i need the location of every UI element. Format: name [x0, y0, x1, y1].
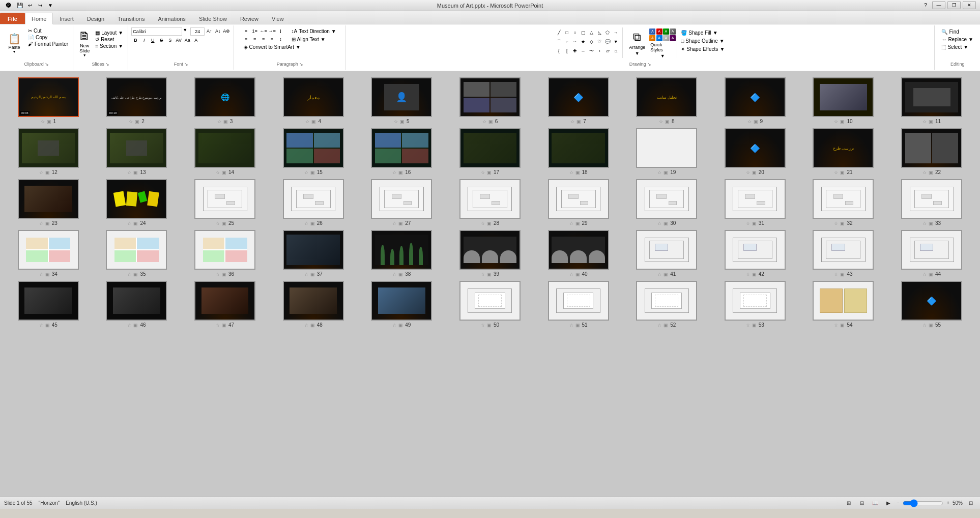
slide-item-45[interactable]: ☆ ▣ 45 [4, 279, 93, 330]
clear-format-button[interactable]: A⊗ [222, 27, 230, 35]
align-left-button[interactable]: ≡ [242, 36, 250, 43]
slide-item-41[interactable]: ☆ ▣ 41 [622, 228, 711, 279]
italic-button[interactable]: I [140, 37, 148, 44]
slide-item-51[interactable]: ☆ ▣ 51 [534, 279, 623, 330]
zoom-in-button[interactable]: + [946, 500, 949, 506]
slide-item-39[interactable]: ☆ ▣ 39 [446, 228, 534, 279]
minimize-button[interactable]: — [932, 1, 945, 9]
shape-arc[interactable]: ⌢ [580, 47, 587, 54]
tab-view[interactable]: View [265, 13, 291, 24]
justify-button[interactable]: ≡ [268, 36, 276, 43]
slide-item-38[interactable]: ☆ ▣ 38 [358, 228, 446, 279]
underline-button[interactable]: U [149, 37, 157, 44]
slide-item-42[interactable]: ☆ ▣ 42 [711, 228, 799, 279]
slide-item-26[interactable]: ☆ ▣ 26 [269, 177, 358, 228]
shape-line[interactable]: ╱ [555, 29, 562, 36]
slide-item-52[interactable]: ☆ ▣ 52 [622, 279, 711, 330]
increase-font-button[interactable]: A↑ [205, 27, 213, 35]
slide-item-25[interactable]: ☆ ▣ 25 [181, 177, 269, 228]
strikethrough-button[interactable]: S [157, 37, 165, 44]
shape-triangle[interactable]: △ [588, 29, 595, 36]
slide-item-8[interactable]: تحلیل سایت ☆ ▣ 8 [622, 75, 711, 126]
slide-item-46[interactable]: ☆ ▣ 46 [93, 279, 181, 330]
shape-heart[interactable]: ♡ [596, 38, 603, 45]
slide-item-16[interactable]: ☆ ▣ 16 [358, 126, 446, 177]
shape-trapezoid[interactable]: ⏢ [612, 47, 619, 54]
paste-button[interactable]: 📋 Paste ▼ [3, 27, 25, 59]
shape-callout[interactable]: 💬 [604, 38, 611, 45]
shape-arrow[interactable]: → [612, 29, 619, 36]
arrange-button[interactable]: ⧉ Arrange ▼ [625, 27, 649, 59]
reading-view-button[interactable]: 📖 [870, 498, 880, 508]
normal-view-button[interactable]: ⊞ [844, 498, 854, 508]
slide-item-22[interactable]: ☆ ▣ 22 [887, 126, 976, 177]
slide-item-15[interactable]: ☆ ▣ 15 [269, 126, 358, 177]
cut-button[interactable]: ✂ Cut [26, 27, 70, 34]
shape-pentagon[interactable]: ⬠ [604, 29, 611, 36]
clipboard-expand-icon[interactable]: ↘ [45, 62, 49, 67]
section-button[interactable]: ≡ Section ▼ [94, 43, 125, 49]
shadow-button[interactable]: S [166, 37, 174, 44]
slide-item-33[interactable]: ☆ ▣ 33 [887, 177, 976, 228]
slide-item-9[interactable]: 🔷 ☆ ▣ 9 [711, 75, 799, 126]
tab-slideshow[interactable]: Slide Show [192, 13, 234, 24]
char-spacing-button[interactable]: AV [175, 37, 183, 44]
slide-item-1[interactable]: بسم الله الرحمن الرحیم 00:04 ☆ ▣ 1 [4, 75, 93, 126]
paragraph-expand-icon[interactable]: ↘ [299, 62, 303, 67]
slide-item-34[interactable]: ☆ ▣ 34 [4, 228, 93, 279]
slide-item-14[interactable]: ☆ ▣ 14 [181, 126, 269, 177]
undo-button[interactable]: ↩ [25, 1, 35, 10]
slide-item-7[interactable]: 🔷 ☆ ▣ 7 [534, 75, 623, 126]
redo-button[interactable]: ↪ [36, 1, 45, 10]
font-expand-icon[interactable]: ↘ [184, 62, 188, 67]
find-button[interactable]: 🔍 Find [940, 28, 975, 35]
slide-item-11[interactable]: ☆ ▣ 11 [887, 75, 976, 126]
slide-item-24[interactable]: ☆ ▣ 24 [93, 177, 181, 228]
bold-button[interactable]: B [131, 37, 139, 44]
slide-item-10[interactable]: ☆ ▣ 10 [799, 75, 888, 126]
shape-freeform[interactable]: ∽ [571, 38, 579, 45]
slide-item-53[interactable]: ☆ ▣ 53 [711, 279, 799, 330]
convert-smartart-button[interactable]: ◈ Convert to SmartArt ▼ [242, 44, 302, 50]
slide-item-27[interactable]: ☆ ▣ 27 [358, 177, 446, 228]
tab-transitions[interactable]: Transitions [111, 13, 151, 24]
columns-button[interactable]: ⫿ [277, 27, 285, 35]
slide-item-5[interactable]: 👤 ☆ ▣ 5 [358, 75, 446, 126]
slide-item-20[interactable]: 🔷 ☆ ▣ 20 [711, 126, 799, 177]
shape-diamond[interactable]: ◇ [588, 38, 595, 45]
align-text-button[interactable]: ⊞ Align Text ▼ [290, 36, 327, 43]
shape-rounded-rect[interactable]: ▢ [580, 29, 587, 36]
slide-item-12[interactable]: ☆ ▣ 12 [4, 126, 93, 177]
slide-item-31[interactable]: ☆ ▣ 31 [711, 177, 799, 228]
slide-item-50[interactable]: ☆ ▣ 50 [446, 279, 534, 330]
shape-curve[interactable]: ⌒ [555, 38, 562, 45]
font-size-input[interactable] [190, 27, 205, 36]
slide-item-54[interactable]: ☆ ▣ 54 [799, 279, 888, 330]
shape-cross[interactable]: ✚ [571, 47, 579, 54]
numbered-list-button[interactable]: 1≡ [251, 27, 259, 35]
slide-item-29[interactable]: ☆ ▣ 29 [534, 177, 623, 228]
reset-button[interactable]: ↺ Reset [94, 36, 125, 43]
slide-item-43[interactable]: ☆ ▣ 43 [799, 228, 888, 279]
change-case-button[interactable]: Aa [183, 37, 191, 44]
slide-item-19[interactable]: ☆ ▣ 19 [622, 126, 711, 177]
restore-button[interactable]: ❐ [947, 1, 961, 9]
slide-item-47[interactable]: ☆ ▣ 47 [181, 279, 269, 330]
slide-item-48[interactable]: ☆ ▣ 48 [269, 279, 358, 330]
slideshow-button[interactable]: ▶ [883, 498, 893, 508]
slide-item-2[interactable]: بررسی موضوع طرح طراحی علی کاتف 00:10 ☆ ▣… [93, 75, 181, 126]
tab-home[interactable]: Home [25, 13, 53, 24]
slide-item-37[interactable]: ☆ ▣ 37 [269, 228, 358, 279]
slide-item-18[interactable]: ☆ ▣ 18 [534, 126, 623, 177]
slide-item-49[interactable]: ☆ ▣ 49 [358, 279, 446, 330]
format-painter-button[interactable]: 🖌 Format Painter [26, 41, 70, 47]
slide-item-40[interactable]: ☆ ▣ 40 [534, 228, 623, 279]
slide-item-32[interactable]: ☆ ▣ 32 [799, 177, 888, 228]
tab-design[interactable]: Design [80, 13, 111, 24]
copy-button[interactable]: 📄 Copy [26, 34, 70, 41]
shape-circle[interactable]: ○ [571, 29, 579, 36]
slide-item-30[interactable]: ☆ ▣ 30 [622, 177, 711, 228]
slide-item-6[interactable]: ☆ ▣ 6 [446, 75, 534, 126]
slide-item-13[interactable]: ☆ ▣ 13 [93, 126, 181, 177]
shape-parallelogram[interactable]: ▱ [604, 47, 611, 54]
